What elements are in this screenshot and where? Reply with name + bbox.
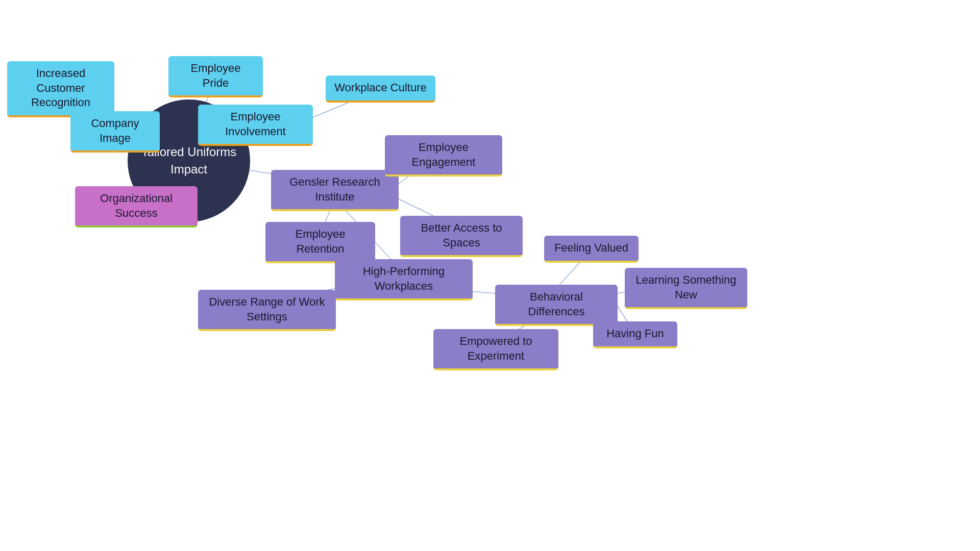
node-diverse-range[interactable]: Diverse Range of Work Settings	[198, 290, 336, 331]
node-gensler[interactable]: Gensler Research Institute	[271, 170, 399, 211]
node-increased-customer-label: Increased Customer Recognition	[15, 66, 106, 110]
node-gensler-label: Gensler Research Institute	[279, 175, 390, 204]
node-workplace-culture-label: Workplace Culture	[334, 81, 427, 95]
node-employee-pride[interactable]: Employee Pride	[168, 56, 263, 97]
node-empowered[interactable]: Empowered to Experiment	[433, 329, 558, 370]
node-employee-involvement-label: Employee Involvement	[206, 110, 305, 139]
node-high-performing[interactable]: High-Performing Workplaces	[335, 259, 473, 300]
node-employee-engagement-label: Employee Engagement	[393, 140, 494, 169]
node-behavioral-differences-label: Behavioral Differences	[503, 290, 609, 319]
node-employee-retention-label: Employee Retention	[274, 227, 367, 256]
node-organizational-success-label: Organizational Success	[83, 191, 189, 220]
node-behavioral-differences[interactable]: Behavioral Differences	[495, 285, 618, 326]
node-better-access[interactable]: Better Access to Spaces	[400, 216, 523, 257]
node-feeling-valued[interactable]: Feeling Valued	[544, 236, 639, 263]
node-company-image[interactable]: Company Image	[70, 111, 160, 153]
node-empowered-label: Empowered to Experiment	[442, 334, 550, 363]
node-learning-something[interactable]: Learning Something New	[625, 268, 747, 309]
node-employee-involvement[interactable]: Employee Involvement	[198, 105, 313, 146]
node-employee-pride-label: Employee Pride	[177, 61, 255, 90]
node-high-performing-label: High-Performing Workplaces	[343, 264, 464, 293]
node-employee-retention[interactable]: Employee Retention	[265, 222, 375, 263]
node-learning-something-label: Learning Something New	[633, 273, 739, 302]
node-diverse-range-label: Diverse Range of Work Settings	[206, 295, 328, 324]
node-company-image-label: Company Image	[79, 116, 152, 145]
node-employee-engagement[interactable]: Employee Engagement	[385, 135, 502, 177]
node-having-fun[interactable]: Having Fun	[593, 321, 677, 348]
node-having-fun-label: Having Fun	[606, 327, 664, 341]
node-increased-customer[interactable]: Increased Customer Recognition	[7, 61, 114, 117]
node-better-access-label: Better Access to Spaces	[408, 221, 514, 250]
node-workplace-culture[interactable]: Workplace Culture	[326, 76, 435, 103]
node-feeling-valued-label: Feeling Valued	[554, 241, 628, 256]
node-organizational-success[interactable]: Organizational Success	[75, 186, 198, 228]
